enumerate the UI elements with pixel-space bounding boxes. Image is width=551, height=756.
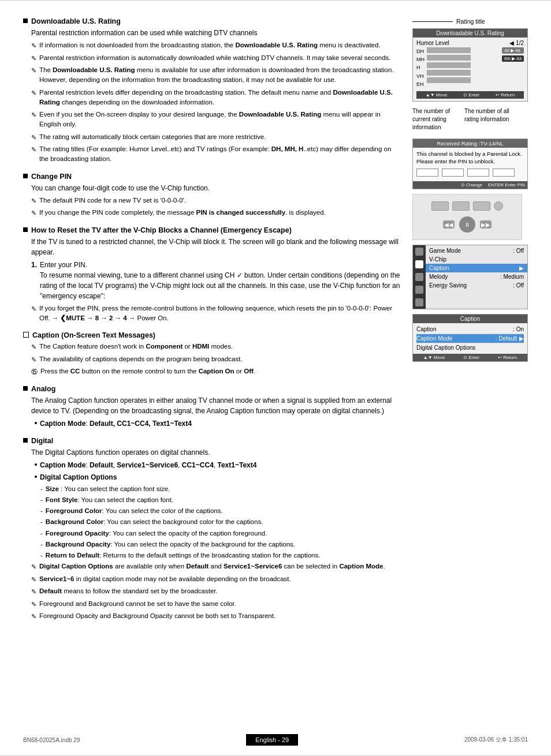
setup-item-game-mode[interactable]: Game Mode : Off <box>426 246 527 255</box>
page-top-border <box>0 0 551 2</box>
game-mode-label: Game Mode <box>429 248 461 254</box>
annotation-left: The number of current rating information <box>412 107 459 132</box>
digital-caption-options-label: Digital Caption Options <box>416 345 475 351</box>
analog-title: Analog <box>31 385 55 393</box>
digital-desc: The Digital Captions function operates o… <box>31 447 401 458</box>
caption-note-1: ✎ The Caption feature doesn't work in Co… <box>31 342 401 352</box>
setup-item-melody[interactable]: Melody : Medium <box>426 272 527 281</box>
annotation-right: The number of all rating information <box>464 107 511 132</box>
rewind-btn: ◀◀ <box>443 220 455 229</box>
em-enter-label: ENTER Enter PIN <box>488 182 525 188</box>
emergency-desc: If the TV is tuned to a restricted chann… <box>31 237 401 257</box>
digital-caption-mode: Caption Mode: Default, Service1~Service6… <box>35 460 401 470</box>
step-num-1: 1. <box>31 260 37 270</box>
eh-label: EH <box>416 80 425 88</box>
remote-btn-1 <box>431 201 449 211</box>
pin-title: Change PIN <box>31 173 72 181</box>
caption-mode-label: Caption Mode <box>416 335 452 342</box>
all-all-btn[interactable]: All ▶ All <box>502 47 524 54</box>
bullet-hollow-icon <box>23 332 29 338</box>
caption-row-digital-options[interactable]: Digital Caption Options <box>416 343 524 352</box>
fraction-value: 1/2 <box>516 40 524 46</box>
caption-note-icon-3: ⑮ <box>31 367 38 377</box>
setup-item-vchip[interactable]: V-Chip <box>426 255 527 264</box>
remote-btn-3 <box>473 201 490 211</box>
downloadable-desc: Parental restriction information can be … <box>31 28 401 38</box>
pin-input-4[interactable] <box>493 169 515 177</box>
sub-bullet-bg-color: - Background Color: You can select the b… <box>40 517 401 527</box>
pin-note-1: ✎ The default PIN code for a new TV set … <box>31 196 401 206</box>
note-item-4: ✎ Parental restriction levels differ dep… <box>31 88 401 108</box>
downloadable-title: Downloadable U.S. Rating <box>31 17 121 25</box>
emergency-box: Received Rating :TV-14/NL This channel i… <box>412 139 528 190</box>
caption-nav-bar: ▲▼ Move ⊙ Enter ↩ Return <box>413 354 527 361</box>
setup-item-caption[interactable]: Caption ▶ <box>426 264 527 272</box>
blk-all-btn[interactable]: Blk ▶ All <box>502 55 524 62</box>
ratings-labels: DH MH H VH EH <box>416 47 425 89</box>
bullet-icon-pin <box>23 174 28 178</box>
left-column: Downloadable U.S. Rating Parental restri… <box>23 17 401 630</box>
sub-bullet-return: - Return to Default: Returns to the defa… <box>40 551 401 560</box>
sb-dash-fg-color: - <box>40 506 43 516</box>
em-change-label: ⊙ Change <box>461 182 482 188</box>
caption-note-2: ✎ The availability of captions depends o… <box>31 354 401 365</box>
h-bar <box>427 62 471 68</box>
sub-text-bg-color: Background Color: You can select the bac… <box>46 517 263 527</box>
note-item-2: ✎ Parental restriction information is au… <box>31 53 401 63</box>
emergency-note-text: If you forget the PIN, press the remote-… <box>39 304 401 324</box>
caption-note-icon-2: ✎ <box>31 355 36 365</box>
rating-annotations: The number of current rating information… <box>412 107 528 132</box>
melody-label: Melody <box>429 274 448 280</box>
setup-icon-1 <box>415 248 423 256</box>
section-emergency: How to Reset the TV after the V-Chip Blo… <box>23 226 401 324</box>
caption-row-mode[interactable]: Caption Mode : Default ▶ <box>416 334 524 343</box>
energy-value: : Off <box>513 282 524 289</box>
sub-bullet-fg-opacity: - Foreground Opacity: You can select the… <box>40 529 401 538</box>
note-icon-3: ✎ <box>31 66 36 76</box>
caption-menu-arrow: ▶ <box>519 265 524 271</box>
digital-note-2: ✎ Service1~6 in digital caption mode may… <box>31 574 401 585</box>
bullet-icon-emergency <box>23 227 28 232</box>
setup-menu-box: Game Mode : Off V-Chip Caption ▶ Melody … <box>412 245 528 309</box>
pin-input-1[interactable] <box>416 169 438 177</box>
arrow-left-icon: ◀ <box>509 40 514 46</box>
caption-item-label: Caption <box>416 326 436 332</box>
note-icon-1: ✎ <box>31 41 36 51</box>
rating-title-label: Rating title <box>456 17 485 26</box>
pin-input-row <box>416 169 524 177</box>
caption-nav-enter: ⊙ Enter <box>463 355 479 360</box>
h-label: H <box>416 63 425 72</box>
step-1: 1. Enter your PIN. To resume normal view… <box>31 260 401 301</box>
caption-nav-return: ↩ Return <box>498 355 517 360</box>
section-analog: Analog The Analog Caption function opera… <box>23 385 401 429</box>
sb-dash-bg-opacity: - <box>40 540 43 549</box>
setup-item-energy[interactable]: Energy Saving : Off <box>426 281 527 290</box>
caption-item-value: : On <box>513 326 524 332</box>
sb-dash-font: - <box>40 495 43 505</box>
file-ref: BN68-02025A.indb 29 <box>23 737 80 743</box>
note-icon-2: ✎ <box>31 54 36 63</box>
digital-note-3: ✎ Default means to follow the standard s… <box>31 586 401 597</box>
pin-input-3[interactable] <box>467 169 489 177</box>
bullet-icon <box>23 18 28 23</box>
nav-return-label: ↩ Return <box>496 92 515 98</box>
emergency-note-icon: ✎ <box>31 304 36 314</box>
emergency-box-body: This channel is blocked by a Parental Lo… <box>413 148 527 182</box>
note-text-4: Parental restriction levels differ depen… <box>39 88 401 108</box>
vh-label: VH <box>416 72 425 80</box>
pin-note-icon-2: ✎ <box>31 208 36 218</box>
sub-text-size: Size : You can select the caption font s… <box>46 484 170 494</box>
caption-note-3: ⑮ Press the CC button on the remote cont… <box>31 366 401 377</box>
caption-row-caption[interactable]: Caption : On <box>416 325 524 334</box>
emergency-nav-bar: ⊙ Change ENTER Enter PIN <box>413 181 527 189</box>
pin-note-2: ✎ If you change the PIN code completely,… <box>31 208 401 218</box>
pin-desc: You can change four-digit code to use th… <box>31 183 401 193</box>
nav-move-label: ▲▼ Move <box>426 92 448 98</box>
note-icon-6: ✎ <box>31 133 36 143</box>
energy-label: Energy Saving <box>429 282 467 289</box>
note-text-7: The rating titles (For example: Humor Le… <box>39 144 401 164</box>
pin-input-2[interactable] <box>442 169 464 177</box>
emergency-title: How to Reset the TV after the V-Chip Blo… <box>31 226 292 234</box>
rating-nav-bar: ▲▼ Move ⊙ Enter ↩ Return <box>416 91 524 99</box>
caption-box-title: Caption <box>413 315 527 323</box>
